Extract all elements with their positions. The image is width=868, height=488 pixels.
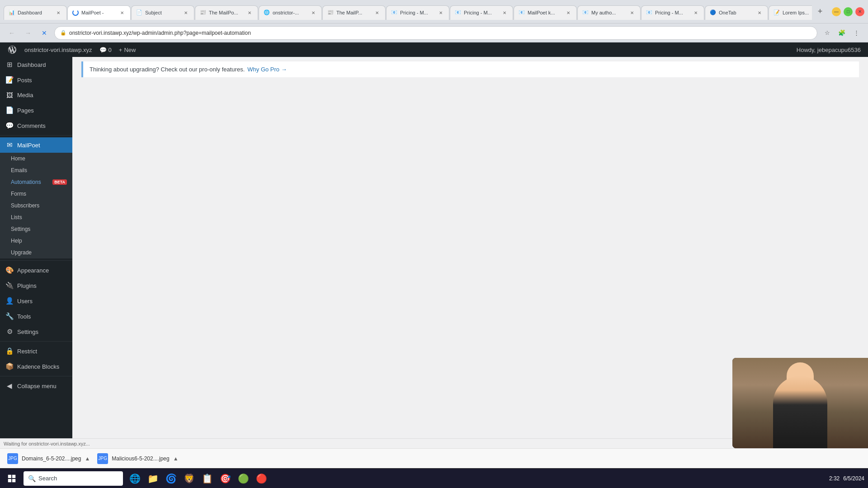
tab-close-button[interactable]: ✕ [373, 9, 381, 16]
sidebar-item-users[interactable]: 👤 Users [0, 293, 72, 309]
taskbar-app-8[interactable]: 🔴 [253, 470, 269, 487]
tab-close-button[interactable]: ✕ [756, 9, 763, 16]
adminbar-site-name[interactable]: onstrictor-vori.instawp.xyz [21, 42, 96, 57]
sidebar-item-pages[interactable]: 📄 Pages [0, 103, 72, 118]
sidebar-item-mailpoet[interactable]: ✉ MailPoet [0, 137, 72, 153]
tab-close-button[interactable]: ✕ [310, 9, 317, 16]
webcam-overlay [732, 358, 868, 448]
new-tab-button[interactable]: + [814, 5, 826, 18]
submenu-item-emails[interactable]: Emails [0, 164, 72, 176]
webcam-background [732, 358, 868, 448]
submenu-item-help[interactable]: Help [0, 235, 72, 247]
restrict-icon: 🔒 [5, 347, 14, 355]
browser-tab-t7[interactable]: 📧Pricing - M...✕ [386, 5, 449, 20]
back-button[interactable]: ← [5, 27, 18, 39]
adminbar-new[interactable]: + New [115, 42, 140, 57]
download-chevron-2[interactable]: ▲ [173, 455, 179, 462]
sidebar-item-label: Posts [17, 77, 67, 84]
maximize-button[interactable]: □ [844, 7, 853, 16]
address-bar[interactable]: 🔒 onstrictor-vori.instawp.xyz/wp-admin/a… [54, 26, 817, 40]
status-text: Waiting for onstrictor-vori.instawp.xyz.… [4, 441, 90, 446]
browser-tab-t3[interactable]: 📄Subject✕ [131, 5, 194, 20]
download-chevron-1[interactable]: ▲ [85, 455, 90, 462]
taskbar-app-7[interactable]: 🟢 [235, 470, 251, 487]
download-filename-1: Domains_6-5-202....jpeg [22, 455, 81, 462]
browser-tab-t6[interactable]: 📰The MailP...✕ [322, 5, 386, 20]
sidebar-item-dashboard[interactable]: ⊞ Dashboard [0, 57, 72, 72]
browser-tab-t5[interactable]: 🌐onstrictor-...✕ [259, 5, 322, 20]
media-icon: 🖼 [5, 91, 14, 99]
taskbar-app-5[interactable]: 📋 [199, 470, 215, 487]
tab-close-button[interactable]: ✕ [118, 9, 126, 16]
submenu-item-automations[interactable]: Automations BETA [0, 176, 72, 188]
browser-tab-t12[interactable]: 🔵OneTab✕ [705, 5, 768, 20]
tab-close-button[interactable]: ✕ [628, 9, 636, 16]
browser-tab-t1[interactable]: 📊Dashboard✕ [4, 5, 67, 20]
taskbar-app-icon-6: 🎯 [220, 473, 231, 484]
taskbar-app-2[interactable]: 📁 [145, 470, 161, 487]
tab-close-button[interactable]: ✕ [437, 9, 444, 16]
submenu-item-settings[interactable]: Settings [0, 223, 72, 235]
downloads-bar: JPG Domains_6-5-202....jpeg ▲ JPG Malici… [0, 448, 868, 468]
close-button[interactable]: ✕ [855, 7, 864, 16]
sidebar-item-collapse[interactable]: ◀ Collapse menu [0, 378, 72, 394]
address-url: onstrictor-vori.instawp.xyz/wp-admin/adm… [69, 30, 811, 36]
tab-close-button[interactable]: ✕ [246, 9, 253, 16]
submenu-item-home[interactable]: Home [0, 153, 72, 164]
taskbar-app-3[interactable]: 🌀 [163, 470, 179, 487]
tab-favicon: 📧 [582, 9, 589, 16]
sidebar-item-label: Media [17, 92, 67, 99]
tab-favicon: 📧 [391, 9, 397, 16]
submenu-item-lists[interactable]: Lists [0, 211, 72, 223]
adminbar-comments[interactable]: 💬 0 [96, 42, 115, 57]
tab-close-button[interactable]: ✕ [182, 9, 189, 16]
sidebar-item-tools[interactable]: 🔧 Tools [0, 309, 72, 324]
submenu-item-subscribers[interactable]: Subscribers [0, 200, 72, 211]
tab-close-button[interactable]: ✕ [692, 9, 699, 16]
start-button[interactable] [4, 470, 20, 487]
reload-button[interactable]: ✕ [38, 27, 51, 39]
forward-button[interactable]: → [22, 27, 34, 39]
tab-title: Pricing - M... [655, 10, 689, 15]
tab-close-button[interactable]: ✕ [565, 9, 572, 16]
taskbar-app-1[interactable]: 🌐 [127, 470, 143, 487]
taskbar-app-6[interactable]: 🎯 [217, 470, 233, 487]
taskbar-app-icon-3: 🌀 [165, 473, 177, 484]
tab-close-button[interactable]: ✕ [55, 9, 62, 16]
menu-button[interactable]: ⋮ [850, 27, 863, 39]
pages-icon: 📄 [5, 106, 14, 114]
browser-tab-t9[interactable]: 📧MailPoet k...✕ [514, 5, 577, 20]
adminbar-right: Howdy, jebepacupu6536 [793, 42, 864, 57]
why-go-pro-link[interactable]: Why Go Pro → [247, 66, 287, 73]
submenu-item-upgrade[interactable]: Upgrade [0, 247, 72, 258]
sidebar-item-label: Collapse menu [17, 383, 67, 389]
tab-close-button[interactable]: ✕ [501, 9, 508, 16]
sidebar-item-kadence[interactable]: 📦 Kadence Blocks [0, 359, 72, 374]
sidebar-item-appearance[interactable]: 🎨 Appearance [0, 263, 72, 278]
sidebar-item-posts[interactable]: 📝 Posts [0, 72, 72, 88]
sidebar-item-settings[interactable]: ⚙ Settings [0, 324, 72, 339]
taskbar-search[interactable]: 🔍 Search [24, 471, 123, 486]
tabs-container: 📊Dashboard✕MailPoet -✕📄Subject✕📰The Mail… [4, 4, 812, 20]
minimize-button[interactable]: — [832, 7, 841, 16]
extensions-button[interactable]: 🧩 [835, 27, 848, 39]
browser-tab-t13[interactable]: 📝Lorem Ips...✕ [769, 5, 812, 20]
submenu-item-forms[interactable]: Forms [0, 188, 72, 200]
collapse-icon: ◀ [5, 382, 14, 390]
adminbar-wp-logo[interactable] [4, 42, 21, 57]
browser-tab-t4[interactable]: 📰The MailPo...✕ [195, 5, 258, 20]
notice-text: Thinking about upgrading? Check out our … [90, 66, 245, 73]
download-filename-2: Malicious6-5-202....jpeg [112, 455, 169, 462]
browser-tab-t11[interactable]: 📧Pricing - M...✕ [641, 5, 704, 20]
sidebar-item-restrict[interactable]: 🔒 Restrict [0, 343, 72, 359]
browser-tab-t8[interactable]: 📧Pricing - M...✕ [450, 5, 513, 20]
bookmark-button[interactable]: ☆ [821, 27, 834, 39]
sidebar-item-media[interactable]: 🖼 Media [0, 88, 72, 103]
sidebar-item-plugins[interactable]: 🔌 Plugins [0, 278, 72, 293]
appearance-icon: 🎨 [5, 266, 14, 274]
sidebar-item-comments[interactable]: 💬 Comments [0, 118, 72, 133]
adminbar-user[interactable]: Howdy, jebepacupu6536 [793, 42, 864, 57]
browser-tab-t2[interactable]: MailPoet -✕ [67, 5, 131, 20]
browser-tab-t10[interactable]: 📧My autho...✕ [577, 5, 641, 20]
taskbar-app-4[interactable]: 🦁 [181, 470, 197, 487]
